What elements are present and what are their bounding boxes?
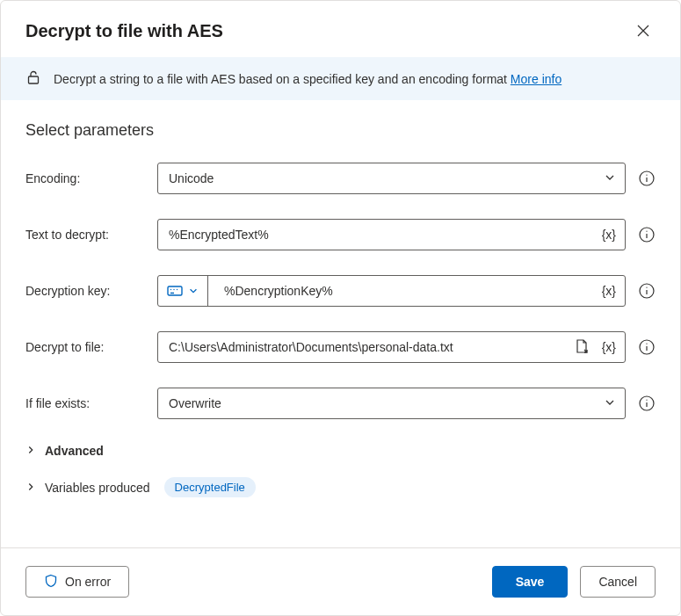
info-bar-message: Decrypt a string to a file with AES base… bbox=[54, 72, 511, 86]
if-file-exists-label: If file exists: bbox=[25, 396, 157, 410]
cancel-button[interactable]: Cancel bbox=[580, 566, 656, 598]
field-decryption-key: Decryption key: %DencryptionKey% {x} bbox=[25, 275, 656, 307]
svg-point-8 bbox=[646, 231, 647, 232]
text-to-decrypt-value: %EncryptedText% bbox=[158, 228, 593, 242]
section-title: Select parameters bbox=[25, 121, 656, 140]
chevron-down-icon bbox=[188, 286, 199, 296]
variable-picker-icon[interactable]: {x} bbox=[593, 228, 625, 242]
info-bar-text: Decrypt a string to a file with AES base… bbox=[54, 72, 561, 86]
file-browse-icon[interactable] bbox=[574, 338, 593, 357]
save-label: Save bbox=[516, 575, 545, 589]
chevron-right-icon bbox=[25, 481, 36, 495]
field-decrypt-to-file: Decrypt to file: C:\Users\Administrator\… bbox=[25, 331, 656, 363]
if-file-exists-select[interactable]: Overwrite bbox=[157, 388, 626, 419]
field-text-to-decrypt: Text to decrypt: %EncryptedText% {x} bbox=[25, 219, 656, 250]
info-icon[interactable] bbox=[638, 282, 656, 300]
decrypt-to-file-value: C:\Users\Administrator\Documents\persona… bbox=[158, 340, 574, 354]
svg-point-11 bbox=[170, 289, 171, 290]
text-to-decrypt-label: Text to decrypt: bbox=[25, 228, 157, 242]
decryption-key-input[interactable]: %DencryptionKey% {x} bbox=[157, 275, 626, 307]
chevron-down-icon bbox=[595, 396, 625, 411]
svg-point-22 bbox=[646, 400, 647, 401]
info-icon[interactable] bbox=[638, 170, 656, 187]
svg-point-19 bbox=[646, 344, 647, 344]
info-bar: Decrypt a string to a file with AES base… bbox=[1, 57, 680, 100]
text-to-decrypt-input[interactable]: %EncryptedText% {x} bbox=[157, 219, 626, 250]
shield-icon bbox=[44, 574, 58, 591]
encoding-label: Encoding: bbox=[25, 171, 157, 185]
svg-rect-9 bbox=[168, 286, 182, 295]
chevron-down-icon bbox=[595, 171, 625, 186]
dialog-title: Decrypt to file with AES bbox=[25, 21, 223, 41]
variable-picker-icon[interactable]: {x} bbox=[593, 284, 625, 298]
variables-produced-label: Variables produced bbox=[45, 481, 150, 495]
advanced-expander[interactable]: Advanced bbox=[25, 444, 656, 458]
variables-produced-expander[interactable]: Variables produced DecryptedFile bbox=[25, 477, 656, 497]
advanced-label: Advanced bbox=[45, 444, 104, 458]
dialog: Decrypt to file with AES Decrypt a strin… bbox=[0, 0, 681, 616]
decryption-key-value: %DencryptionKey% bbox=[208, 284, 593, 298]
variable-picker-icon[interactable]: {x} bbox=[593, 340, 625, 354]
if-file-exists-value: Overwrite bbox=[158, 396, 595, 410]
dialog-footer: On error Save Cancel bbox=[1, 547, 680, 615]
svg-point-5 bbox=[646, 175, 647, 176]
chevron-right-icon bbox=[25, 444, 36, 458]
svg-point-12 bbox=[173, 289, 174, 290]
cancel-label: Cancel bbox=[598, 575, 637, 589]
svg-point-16 bbox=[646, 287, 647, 288]
secure-input-toggle[interactable] bbox=[158, 276, 208, 306]
more-info-link[interactable]: More info bbox=[511, 72, 561, 86]
dialog-header: Decrypt to file with AES bbox=[1, 1, 680, 57]
on-error-button[interactable]: On error bbox=[25, 566, 129, 598]
close-icon bbox=[636, 24, 650, 38]
save-button[interactable]: Save bbox=[492, 566, 569, 598]
field-if-file-exists: If file exists: Overwrite bbox=[25, 388, 656, 419]
decrypt-to-file-label: Decrypt to file: bbox=[25, 340, 157, 354]
on-error-label: On error bbox=[65, 575, 111, 589]
field-encoding: Encoding: Unicode bbox=[25, 163, 656, 194]
info-icon[interactable] bbox=[638, 226, 656, 243]
info-icon[interactable] bbox=[638, 395, 656, 412]
dialog-body: Select parameters Encoding: Unicode Text… bbox=[1, 100, 680, 547]
svg-rect-2 bbox=[29, 76, 39, 83]
decryption-key-label: Decryption key: bbox=[25, 284, 157, 298]
unlock-icon bbox=[25, 69, 41, 88]
svg-point-13 bbox=[177, 289, 177, 290]
decrypt-to-file-input[interactable]: C:\Users\Administrator\Documents\persona… bbox=[157, 331, 626, 363]
encoding-select[interactable]: Unicode bbox=[157, 163, 626, 194]
encoding-value: Unicode bbox=[158, 171, 595, 185]
close-button[interactable] bbox=[631, 18, 656, 43]
info-icon[interactable] bbox=[638, 338, 656, 356]
secure-input-icon bbox=[167, 285, 183, 297]
variable-pill[interactable]: DecryptedFile bbox=[164, 477, 256, 497]
